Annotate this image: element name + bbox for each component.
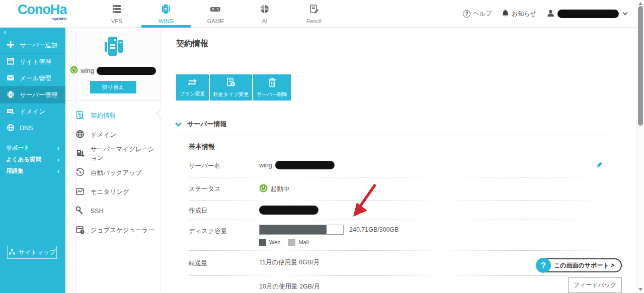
- header-utilities: ? ヘルプ お知らせ: [463, 0, 627, 28]
- tile-label: 料金タイプ変更: [213, 91, 249, 98]
- section-title: サーバー情報: [187, 120, 227, 129]
- key-icon: [75, 206, 85, 217]
- panel-item-contract-info[interactable]: 契約情報: [65, 106, 160, 125]
- server-delete-button[interactable]: サーバー削除: [253, 74, 290, 101]
- row-label: 転送量: [189, 258, 259, 268]
- sidebar-item-support[interactable]: サポート ›: [0, 142, 65, 154]
- power-status-icon: [259, 184, 268, 194]
- panel-item-label: 契約情報: [91, 112, 116, 120]
- user-icon: [546, 9, 555, 19]
- transfer-oct-value: 10月の使用量 2GB/月: [259, 282, 320, 291]
- server-name-row: wing: [65, 66, 160, 75]
- sitemap-button[interactable]: サイトマップ: [7, 246, 57, 259]
- domain-card-icon: [7, 107, 15, 117]
- panel-item-domain[interactable]: ドメイン: [65, 125, 160, 144]
- tab-label: WING: [158, 18, 174, 24]
- support-label: この画面のサポート >: [554, 262, 614, 269]
- mail-swatch: [288, 239, 295, 246]
- globe-icon: [7, 124, 15, 133]
- app-header: ConoHa byGMO VPS WING GAME AI: [0, 0, 636, 28]
- feedback-button[interactable]: フィードバック: [568, 277, 622, 293]
- tab-label: Pencil: [306, 18, 321, 24]
- bell-icon: [502, 9, 509, 19]
- row-label: ステータス: [189, 184, 259, 193]
- sidebar-item-glossary[interactable]: 用語集 ›: [0, 165, 65, 177]
- panel-item-label: ジョブスケジューラー: [91, 226, 154, 235]
- sub-item-label: サポート: [6, 144, 30, 152]
- chevron-right-icon: ›: [57, 167, 59, 175]
- notice-label: お知らせ: [512, 10, 536, 18]
- tab-game[interactable]: GAME: [191, 0, 240, 28]
- sidebar-item-mail-management[interactable]: メール管理: [0, 70, 65, 86]
- redacted-server-name: [97, 67, 156, 75]
- server-migration-icon: [75, 149, 85, 159]
- chevron-down-icon: [623, 11, 628, 16]
- redacted-account-name: [557, 10, 619, 18]
- tab-ai[interactable]: AI: [240, 0, 289, 28]
- server-panel-menu: 契約情報 ドメイン サーバーマイグレーション 自動バックアップ モニタリング: [65, 101, 160, 240]
- sitemap-label: サイトマップ: [19, 248, 56, 257]
- billing-document-icon: $: [226, 77, 236, 88]
- pencil-document-icon: [308, 4, 319, 17]
- switch-server-button[interactable]: 切り替え: [90, 81, 136, 93]
- section-collapse-chevron-icon[interactable]: [175, 120, 182, 127]
- billing-type-change-button[interactable]: $ 料金タイプ変更: [210, 74, 253, 101]
- edit-pencil-icon[interactable]: [596, 161, 604, 171]
- scrollbar-thumb[interactable]: [638, 6, 643, 126]
- redacted-created-date: [259, 206, 318, 215]
- wing-server-icon: [160, 4, 172, 17]
- legend-web: Web: [259, 239, 280, 246]
- page-scrollbar[interactable]: [636, 0, 644, 293]
- conoha-logo[interactable]: ConoHa byGMO: [18, 3, 67, 21]
- server-icon: [7, 90, 15, 100]
- chevron-right-icon: ›: [57, 144, 59, 152]
- server-info-section-header: サーバー情報: [176, 120, 611, 135]
- status-row: ステータス 起動中: [189, 177, 611, 201]
- panel-item-label: 自動バックアップ: [91, 169, 142, 177]
- sidebar-item-server-management[interactable]: サーバー管理: [0, 86, 65, 103]
- notifications-button[interactable]: お知らせ: [502, 9, 536, 19]
- sidebar-collapse-icon[interactable]: ‹: [0, 28, 65, 37]
- disk-usage-text: 240.71GB/300GB: [349, 226, 399, 233]
- account-menu[interactable]: [546, 9, 627, 19]
- server-name-value: wing: [259, 162, 272, 169]
- panel-item-job-scheduler[interactable]: ジョブスケジューラー: [65, 221, 160, 240]
- panel-item-label: サーバーマイグレーション: [91, 145, 160, 162]
- scrollbar-down-arrow[interactable]: [638, 288, 642, 291]
- disk-legend: Web Mail: [259, 239, 309, 246]
- sidebar-item-site-management[interactable]: サイト管理: [0, 53, 65, 70]
- action-tiles: プラン変更 $ 料金タイプ変更 サーバー削除: [176, 74, 291, 101]
- plan-change-button[interactable]: プラン変更: [176, 74, 209, 101]
- sitemap-icon: [9, 248, 16, 257]
- panel-item-server-migration[interactable]: サーバーマイグレーション: [65, 144, 160, 163]
- panel-item-ssh[interactable]: SSH: [65, 202, 160, 221]
- tab-label: GAME: [207, 18, 223, 24]
- tab-pencil[interactable]: Pencil: [289, 0, 339, 28]
- legend-mail: Mail: [288, 239, 308, 246]
- sidebar-item-dns[interactable]: DNS: [0, 120, 65, 136]
- sidebar-item-label: サイト管理: [20, 58, 51, 66]
- help-button[interactable]: ? ヘルプ: [463, 10, 492, 18]
- sidebar-item-faq[interactable]: よくある質問 ›: [0, 154, 65, 165]
- gamepad-icon: [210, 4, 221, 17]
- panel-item-label: モニタリング: [91, 188, 129, 197]
- chevron-right-icon: ›: [57, 156, 59, 163]
- power-status-icon: [70, 66, 78, 75]
- scrollbar-up-arrow[interactable]: [638, 2, 642, 5]
- sidebar-item-domain[interactable]: ドメイン: [0, 103, 65, 120]
- sub-item-label: 用語集: [6, 167, 24, 175]
- basic-info-heading: 基本情報: [189, 142, 215, 151]
- page-title: 契約情報: [176, 39, 208, 49]
- brand-name: ConoHa: [18, 2, 67, 17]
- tab-vps[interactable]: VPS: [92, 0, 141, 28]
- screen-support-button[interactable]: ? この画面のサポート >: [536, 258, 622, 272]
- sidebar-item-add-server[interactable]: サーバー追加: [0, 37, 65, 53]
- panel-item-monitoring[interactable]: モニタリング: [65, 182, 160, 202]
- envelope-icon: [7, 74, 15, 83]
- panel-item-auto-backup[interactable]: 自動バックアップ: [65, 163, 160, 182]
- tab-wing[interactable]: WING: [141, 0, 191, 28]
- globe-www-icon: [75, 130, 85, 140]
- sidebar-item-label: サーバー管理: [20, 91, 58, 100]
- question-circle-icon: ?: [536, 258, 551, 273]
- row-label: サーバー名: [189, 161, 259, 170]
